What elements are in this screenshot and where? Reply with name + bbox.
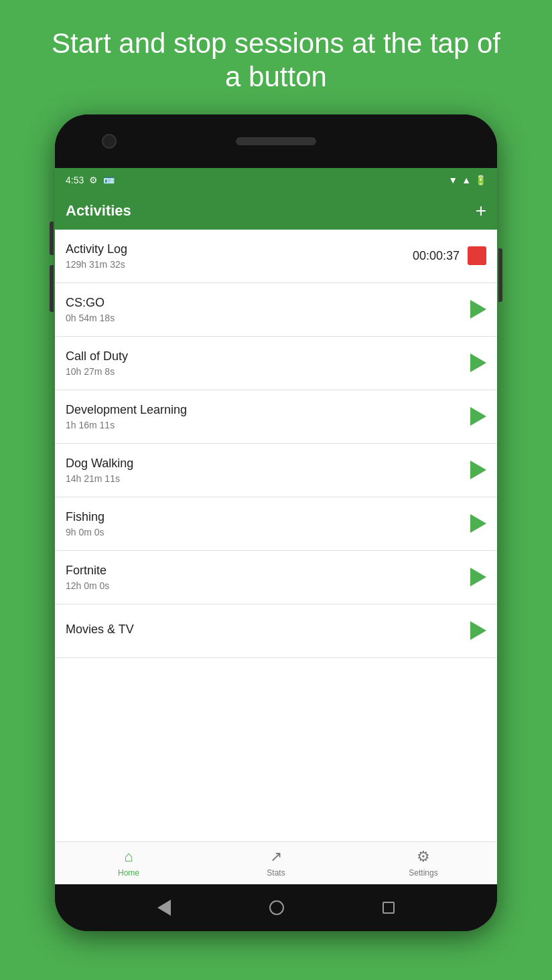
activity-name: Call of Duty [66,349,470,363]
home-icon: ⌂ [124,848,133,866]
phone-side-power [498,248,502,302]
phone-camera [102,134,117,149]
phone-top-bar [55,114,497,168]
list-item: Movies & TV [55,604,497,658]
activity-right [470,514,486,533]
play-button[interactable] [470,353,486,372]
activity-list: Activity Log 129h 31m 32s 00:00:37 CS:GO… [55,230,497,841]
activity-time: 10h 27m 8s [66,366,470,377]
play-button[interactable] [470,568,486,586]
status-time: 4:53 [66,175,84,185]
activity-info: Fishing 9h 0m 0s [66,510,470,538]
phone-wrapper: 4:53 ⚙ 🪪 ▼ ▲ 🔋 Activities + Activity Log… [55,114,497,931]
phone-side-vol-down [50,265,54,312]
activity-info: Development Learning 1h 16m 11s [66,403,470,430]
nav-item-settings[interactable]: ⚙ Settings [350,842,497,884]
status-left: 4:53 ⚙ 🪪 [66,175,115,185]
settings-icon: ⚙ [417,848,430,866]
signal-icon: ▲ [462,175,471,185]
wifi-icon: ▼ [448,175,458,185]
timer-display: 00:00:37 [413,249,460,263]
activity-info: Call of Duty 10h 27m 8s [66,349,470,377]
phone-speaker [236,137,316,145]
activity-time: 129h 31m 32s [66,259,413,270]
nav-item-stats[interactable]: ↗ Stats [202,842,350,884]
home-button[interactable] [269,900,284,915]
back-button[interactable] [157,900,171,916]
list-item: CS:GO 0h 54m 18s [55,283,497,337]
phone-side-vol-up [50,222,54,255]
play-button[interactable] [470,407,486,426]
activity-name: Dog Walking [66,457,470,471]
home-label: Home [118,868,139,878]
activity-right: 00:00:37 [413,246,486,265]
list-item: Call of Duty 10h 27m 8s [55,337,497,390]
activity-name: Fishing [66,510,470,524]
list-item: Fortnite 12h 0m 0s [55,551,497,604]
battery-icon: 🔋 [475,175,486,185]
recents-button[interactable] [383,902,395,914]
activity-name: Fortnite [66,564,470,578]
activity-right [470,621,486,640]
activity-name: Movies & TV [66,623,470,637]
add-activity-button[interactable]: + [476,201,486,220]
activity-right [470,300,486,319]
activity-name: CS:GO [66,296,470,310]
sim-icon: 🪪 [103,175,115,185]
activity-time: 12h 0m 0s [66,580,470,591]
app-bar: Activities + [55,192,497,230]
activity-name: Activity Log [66,242,413,256]
activity-right [470,353,486,372]
play-button[interactable] [470,621,486,640]
activity-right [470,407,486,426]
play-button[interactable] [470,300,486,319]
status-bar: 4:53 ⚙ 🪪 ▼ ▲ 🔋 [55,168,497,192]
list-item: Dog Walking 14h 21m 11s [55,444,497,497]
stats-label: Stats [267,868,285,878]
gear-icon: ⚙ [89,175,98,185]
list-item: Development Learning 1h 16m 11s [55,390,497,444]
activity-time: 0h 54m 18s [66,313,470,323]
activity-right [470,461,486,479]
stats-icon: ↗ [270,848,282,866]
play-button[interactable] [470,514,486,533]
phone-bottom-bar [55,884,497,931]
activity-info: Activity Log 129h 31m 32s [66,242,413,270]
activity-right [470,568,486,586]
activity-info: Movies & TV [66,623,470,639]
activity-info: Dog Walking 14h 21m 11s [66,457,470,484]
list-item: Fishing 9h 0m 0s [55,497,497,551]
status-right: ▼ ▲ 🔋 [448,175,486,185]
list-item: Activity Log 129h 31m 32s 00:00:37 [55,230,497,283]
stop-button[interactable] [468,246,486,265]
activity-time: 1h 16m 11s [66,420,470,430]
play-button[interactable] [470,461,486,479]
bottom-nav: ⌂ Home ↗ Stats ⚙ Settings [55,841,497,884]
app-bar-title: Activities [66,202,476,220]
phone-screen: 4:53 ⚙ 🪪 ▼ ▲ 🔋 Activities + Activity Log… [55,168,497,884]
settings-label: Settings [409,868,437,878]
activity-time: 14h 21m 11s [66,473,470,484]
activity-name: Development Learning [66,403,470,417]
activity-info: CS:GO 0h 54m 18s [66,296,470,323]
activity-info: Fortnite 12h 0m 0s [66,564,470,591]
header-text: Start and stop sessions at the tap of a … [0,0,552,114]
activity-time: 9h 0m 0s [66,527,470,538]
nav-item-home[interactable]: ⌂ Home [55,842,202,884]
